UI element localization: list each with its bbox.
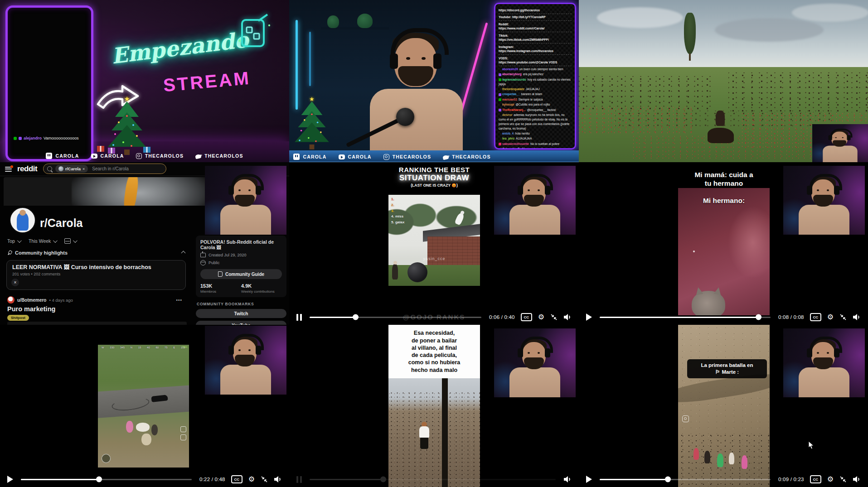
volume-button[interactable] [563, 313, 572, 321]
facecam-overlay [494, 166, 576, 235]
play-button[interactable] [586, 313, 592, 321]
seek-bar[interactable] [310, 479, 556, 480]
exit-fullscreen-button[interactable] [261, 476, 268, 483]
tile-clip-pubg[interactable]: W330345N15406075E105 73% 0:22 / 0: [0, 325, 289, 487]
player-rider [708, 114, 734, 143]
hud-button[interactable] [180, 426, 186, 432]
reddit-logo[interactable]: reddit [17, 164, 37, 174]
highlighted-post-card[interactable]: LEER NORMATIVA 🖼 Curso intensivo de borr… [6, 260, 186, 290]
social-label: CAROLA [348, 154, 372, 159]
volume-button[interactable] [853, 476, 861, 483]
bookmark-youtube-button[interactable]: YouTube [196, 321, 286, 325]
subreddit-avatar-large[interactable] [9, 207, 36, 234]
social-icon [442, 154, 449, 160]
post-author-avatar[interactable] [7, 296, 15, 304]
tile-clip-mars-meme[interactable]: La primera batalla en 🏳 Marte : 0:09 / 0… [579, 325, 868, 487]
exit-fullscreen-button[interactable] [550, 313, 558, 321]
chat-badge [499, 132, 501, 135]
search-input[interactable] [91, 166, 162, 172]
community-highlights-row[interactable]: Community highlights [7, 250, 185, 256]
settings-button[interactable]: ⚙ [827, 476, 834, 483]
chat-badge [499, 143, 501, 145]
post-title[interactable]: Puro marketing [7, 305, 55, 313]
dismiss-highlight-button[interactable]: × [11, 279, 19, 286]
seek-bar[interactable] [600, 479, 771, 480]
facecam-overlay [783, 166, 865, 235]
settings-button[interactable]: ⚙ [827, 313, 834, 321]
headphones [391, 28, 449, 55]
tile-clip-villain-meme[interactable]: Esa necesidad, de poner a bailar al vill… [289, 325, 579, 487]
compass-tick: 60 [155, 346, 159, 349]
person [693, 448, 699, 460]
time-display: 0:22 / 0:48 [199, 477, 225, 482]
captions-button[interactable]: CC [231, 475, 242, 483]
subreddit-stats: 153KMiembros 4.9KWeekly contributions [200, 283, 282, 294]
about-panel: POLVORA! Sub-Reddit oficial de Carola 🖼 … [196, 236, 286, 297]
post-image[interactable] [7, 322, 187, 325]
pause-button[interactable] [296, 476, 302, 483]
chat-text: No lo sueltan al pobre [530, 142, 559, 145]
video-surface[interactable]: W330345N15406075E105 73% [98, 345, 189, 468]
headphone-cup [433, 53, 441, 69]
social-icon [293, 154, 300, 160]
grass [388, 265, 480, 286]
chat-message: CojoncitosDeAbasa...basado [499, 147, 572, 149]
video-surface[interactable] [678, 325, 770, 487]
chat-link: Youtube: http://bit.ly/YTCarolaRP [499, 14, 572, 21]
social-handles: CAROLA CAROLA THECAROLOS THECAROLOS [289, 154, 495, 160]
stream-chat-panel[interactable]: https://discord.gg/thecarolos Youtube: h… [494, 3, 576, 149]
search-scope-chip[interactable]: r/Carola × [55, 165, 88, 173]
sort-dropdown[interactable]: Top [7, 238, 20, 244]
settings-button[interactable]: ⚙ [538, 313, 544, 321]
tile-webcam-scene: ★ https://discord.gg/thecarolos Youtube:… [289, 0, 579, 162]
post-flair[interactable]: Shitpost [7, 315, 29, 321]
pause-button[interactable] [296, 314, 302, 321]
tile-clip-cat-meme[interactable]: Mi mamá: cuida a tu hermano Mi hermano: … [579, 162, 868, 325]
volume-button[interactable] [274, 476, 282, 483]
tile-clip-situation-draw[interactable]: RANKING THE BEST SITUATION DRAW (LAST ON… [289, 162, 579, 325]
captions-button[interactable]: CC [810, 313, 821, 321]
view-dropdown[interactable] [64, 238, 76, 244]
overlay-chat-message: alejandro Vamooooooooooos [14, 136, 78, 140]
compass-tick: W [102, 346, 104, 349]
play-button[interactable] [7, 476, 13, 483]
exit-fullscreen-button[interactable] [839, 313, 847, 321]
facecam-overlay [812, 124, 868, 162]
captions-button[interactable]: CC [521, 313, 532, 321]
chip-close-icon[interactable]: × [82, 167, 85, 171]
post-more-button[interactable]: ••• [176, 298, 182, 303]
chat-username: CojoncitosDeAbasa... [502, 147, 533, 149]
search-bar[interactable]: r/Carola × [43, 164, 166, 174]
captions-button[interactable]: CC [810, 475, 821, 483]
range-dropdown[interactable]: This Week [29, 238, 56, 244]
compass-tick: N [131, 346, 132, 349]
hud-button[interactable] [180, 434, 186, 440]
video-surface[interactable]: 1.2.3.4. miss5. galax yasin_cce [388, 195, 480, 286]
meme-caption-bottom: Mi hermano: [678, 196, 770, 205]
volume-button[interactable] [563, 476, 572, 483]
chat-message: TheRealNaranj...@croquetas__ factos! [499, 108, 572, 112]
play-button[interactable] [586, 476, 592, 483]
video-surface[interactable] [678, 188, 770, 315]
menu-icon[interactable] [5, 167, 12, 172]
collapse-icon[interactable] [181, 251, 186, 255]
social-handle: THECAROLOS [195, 153, 243, 159]
volume-button[interactable] [853, 313, 861, 321]
feed-filters: Top This Week [7, 238, 76, 244]
seek-bar[interactable] [600, 317, 771, 318]
compass-tick: 15 [138, 346, 141, 349]
stream-title: STREAM [162, 68, 251, 96]
chat-links: https://discord.gg/thecarolos Youtube: h… [499, 7, 572, 66]
exit-fullscreen-button[interactable] [839, 476, 847, 483]
chat-badge [499, 68, 501, 71]
seek-bar[interactable] [21, 479, 192, 480]
community-highlights-label: Community highlights [15, 250, 68, 256]
bookmark-twitch-button[interactable]: Twitch [196, 309, 286, 318]
community-guide-button[interactable]: Community Guide [200, 269, 282, 279]
facecam-overlay [783, 328, 865, 397]
video-surface[interactable] [388, 378, 480, 487]
post-author[interactable]: u/Botmemero [17, 298, 46, 303]
seek-bar[interactable] [310, 317, 481, 318]
weekly-label: Weekly contributions [241, 289, 282, 294]
settings-button[interactable]: ⚙ [248, 476, 255, 483]
